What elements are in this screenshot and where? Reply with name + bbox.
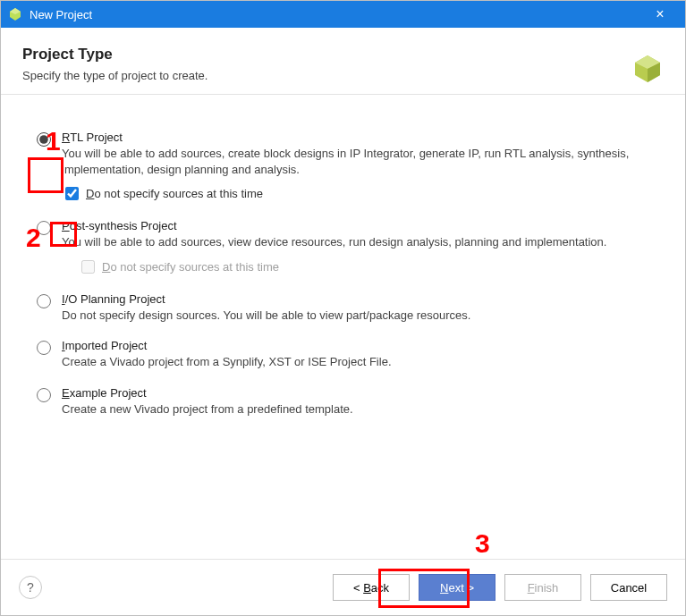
option-rtl-desc: You will be able to add sources, create … (62, 146, 649, 177)
checkbox-rtl-no-sources[interactable] (65, 187, 79, 200)
titlebar: New Project × (1, 1, 685, 28)
vivado-logo-icon (631, 53, 664, 85)
dialog-content: Project Type Specify the type of project… (1, 28, 685, 615)
app-icon (8, 7, 22, 21)
option-post-synthesis[interactable]: Post-synthesis Project You will be able … (37, 219, 649, 276)
next-button[interactable]: Next > (419, 574, 495, 601)
window-title: New Project (30, 8, 642, 21)
radio-io-planning[interactable] (37, 294, 51, 308)
option-io-planning[interactable]: I/O Planning Project Do not specify desi… (37, 292, 649, 324)
radio-post-synthesis[interactable] (37, 221, 51, 235)
page-subtitle: Specify the type of project to create. (22, 69, 622, 82)
option-post-title: Post-synthesis Project (62, 219, 649, 232)
page-title: Project Type (22, 46, 622, 63)
option-io-desc: Do not specify design sources. You will … (62, 308, 649, 324)
header: Project Type Specify the type of project… (1, 28, 685, 95)
option-imported[interactable]: Imported Project Create a Vivado project… (37, 339, 649, 370)
option-example[interactable]: Example Project Create a new Vivado proj… (37, 386, 649, 418)
option-io-title: I/O Planning Project (62, 292, 649, 306)
post-no-sources-label: Do not specify sources at this time (102, 260, 279, 274)
radio-imported[interactable] (37, 341, 51, 355)
rtl-no-sources-label: Do not specify sources at this time (86, 187, 263, 200)
radio-rtl[interactable] (37, 132, 51, 147)
option-example-desc: Create a new Vivado project from a prede… (62, 401, 649, 418)
option-imported-desc: Create a Vivado project from a Synplify,… (62, 354, 649, 370)
option-rtl-title: RTL Project (62, 131, 649, 144)
rtl-no-sources-row[interactable]: Do not specify sources at this time (62, 184, 649, 203)
footer: ? < Back Next > Finish Cancel (1, 559, 685, 615)
option-post-desc: You will be able to add sources, view de… (62, 234, 649, 250)
post-no-sources-row: Do not specify sources at this time (78, 257, 649, 276)
options-body: RTL Project You will be able to add sour… (1, 95, 685, 559)
back-button[interactable]: < Back (333, 574, 410, 601)
option-example-title: Example Project (62, 386, 649, 400)
close-icon[interactable]: × (642, 1, 678, 28)
checkbox-post-no-sources (81, 260, 95, 274)
finish-button: Finish (504, 574, 581, 601)
option-rtl[interactable]: RTL Project You will be able to add sour… (37, 131, 649, 203)
help-button[interactable]: ? (19, 576, 42, 599)
option-imported-title: Imported Project (62, 339, 649, 352)
radio-example[interactable] (37, 388, 51, 402)
cancel-button[interactable]: Cancel (590, 574, 667, 601)
